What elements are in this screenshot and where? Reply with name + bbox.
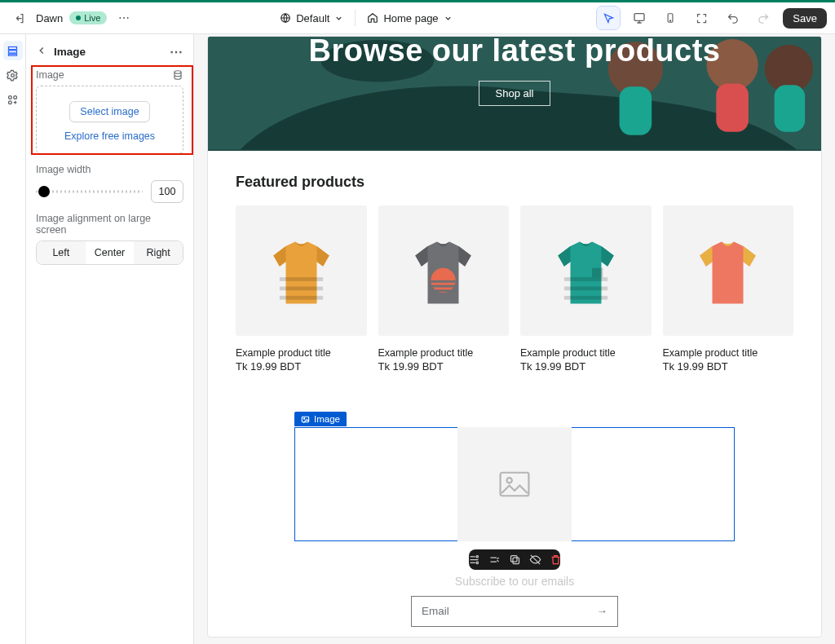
svg-rect-14 xyxy=(620,86,652,135)
viewport-desktop[interactable] xyxy=(628,7,651,29)
svg-rect-33 xyxy=(501,472,529,496)
svg-point-32 xyxy=(303,417,304,418)
svg-rect-1 xyxy=(634,14,644,21)
featured-heading: Featured products xyxy=(236,174,793,191)
image-block-tag[interactable]: Image xyxy=(294,412,347,426)
svg-rect-21 xyxy=(280,286,323,290)
svg-point-10 xyxy=(9,100,12,104)
block-toolbar xyxy=(469,549,560,570)
topbar-more-button[interactable]: ⋯ xyxy=(113,7,135,29)
live-badge: Live xyxy=(69,11,107,24)
align-right[interactable]: Right xyxy=(134,241,183,264)
svg-rect-37 xyxy=(513,558,519,564)
redo-button xyxy=(752,7,775,29)
image-width-slider[interactable] xyxy=(36,185,143,198)
style-switcher[interactable]: Default xyxy=(280,12,343,24)
chevron-down-icon xyxy=(334,14,343,23)
save-button[interactable]: Save xyxy=(783,8,827,29)
hero-cta[interactable]: Shop all xyxy=(479,81,551,106)
svg-rect-18 xyxy=(775,85,806,131)
image-width-label: Image width xyxy=(36,164,183,175)
select-image-button[interactable]: Select image xyxy=(69,101,149,122)
svg-point-34 xyxy=(507,478,512,483)
svg-point-11 xyxy=(175,71,181,74)
svg-rect-27 xyxy=(564,277,607,281)
svg-point-8 xyxy=(9,95,12,99)
dynamic-source-icon[interactable] xyxy=(172,69,183,81)
viewport-mobile[interactable] xyxy=(659,7,682,29)
block-hide-icon[interactable] xyxy=(529,554,541,566)
subscribe-heading: Subscribe to our emails xyxy=(208,575,821,588)
product-card[interactable]: Example product title Tk 19.99 BDT xyxy=(663,205,794,373)
inspector-toggle[interactable] xyxy=(597,7,620,29)
image-align-label: Image alignment on large screen xyxy=(36,213,183,236)
svg-rect-16 xyxy=(716,83,749,131)
product-thumb xyxy=(663,205,794,336)
product-card[interactable]: Example product title Tk 19.99 BDT xyxy=(520,205,652,373)
image-dropzone[interactable]: Select image Explore free images xyxy=(36,86,183,154)
panel-more[interactable]: ⋯ xyxy=(170,44,183,60)
product-title: Example product title xyxy=(520,347,652,359)
svg-rect-4 xyxy=(9,46,17,49)
block-duplicate-icon[interactable] xyxy=(509,554,521,566)
svg-rect-38 xyxy=(510,555,517,562)
panel-title: Image xyxy=(54,46,163,58)
image-placeholder xyxy=(457,427,572,541)
hero-title: Browse our latest products xyxy=(309,37,721,66)
panel-back[interactable] xyxy=(36,45,47,60)
hero-section[interactable]: Browse our latest products Shop all xyxy=(208,37,821,151)
product-card[interactable]: Example product title Tk 19.99 BDT xyxy=(378,205,510,373)
explore-images-link[interactable]: Explore free images xyxy=(64,130,155,142)
svg-rect-6 xyxy=(9,54,17,55)
svg-rect-30 xyxy=(592,267,603,276)
image-width-value[interactable]: 100 xyxy=(151,180,183,203)
viewport-fullscreen[interactable] xyxy=(690,7,713,29)
arrow-right-icon[interactable]: → xyxy=(597,605,608,617)
svg-point-36 xyxy=(476,562,479,564)
svg-rect-25 xyxy=(431,285,456,287)
product-thumb xyxy=(378,205,510,336)
topbar: Dawn Live ⋯ Default Home page Save xyxy=(0,2,835,34)
block-move-icon[interactable] xyxy=(488,554,501,566)
product-title: Example product title xyxy=(236,347,367,359)
product-card[interactable]: Example product title Tk 19.99 BDT xyxy=(236,205,367,373)
svg-point-9 xyxy=(14,95,17,99)
svg-point-7 xyxy=(11,73,15,77)
product-price: Tk 19.99 BDT xyxy=(378,360,510,373)
svg-rect-20 xyxy=(280,277,323,281)
alignment-segment: Left Center Right xyxy=(36,240,183,265)
rail-theme-settings[interactable] xyxy=(3,65,23,85)
svg-rect-5 xyxy=(9,50,17,52)
undo-button[interactable] xyxy=(721,7,744,29)
product-thumb xyxy=(236,205,367,336)
left-rail xyxy=(0,34,26,644)
product-title: Example product title xyxy=(378,347,510,359)
featured-section[interactable]: Featured products Example product title … xyxy=(208,151,821,384)
product-price: Tk 19.99 BDT xyxy=(663,360,794,373)
image-block[interactable]: Image xyxy=(294,412,735,570)
product-price: Tk 19.99 BDT xyxy=(236,360,367,373)
exit-button[interactable] xyxy=(8,7,29,29)
email-input[interactable]: Email → xyxy=(411,596,618,627)
svg-rect-28 xyxy=(564,286,607,290)
product-thumb xyxy=(520,205,652,336)
email-placeholder: Email xyxy=(422,605,449,617)
svg-point-3 xyxy=(670,20,671,21)
page-switcher[interactable]: Home page xyxy=(367,12,452,24)
svg-rect-24 xyxy=(431,280,456,282)
theme-name: Dawn xyxy=(36,12,63,24)
product-price: Tk 19.99 BDT xyxy=(520,360,652,373)
svg-rect-22 xyxy=(280,295,323,299)
settings-panel: Image ⋯ Image Select image Explore free … xyxy=(26,34,194,644)
block-settings-icon[interactable] xyxy=(468,554,480,566)
align-center[interactable]: Center xyxy=(86,241,135,264)
block-delete-icon[interactable] xyxy=(550,554,562,566)
svg-rect-29 xyxy=(564,295,607,299)
align-left[interactable]: Left xyxy=(37,241,86,264)
rail-apps[interactable] xyxy=(3,90,23,109)
chevron-down-icon xyxy=(444,14,453,23)
product-title: Example product title xyxy=(663,347,794,359)
subscribe-section[interactable]: Subscribe to our emails Email → xyxy=(208,575,821,627)
image-section-label: Image xyxy=(36,69,64,81)
rail-sections[interactable] xyxy=(3,41,23,60)
